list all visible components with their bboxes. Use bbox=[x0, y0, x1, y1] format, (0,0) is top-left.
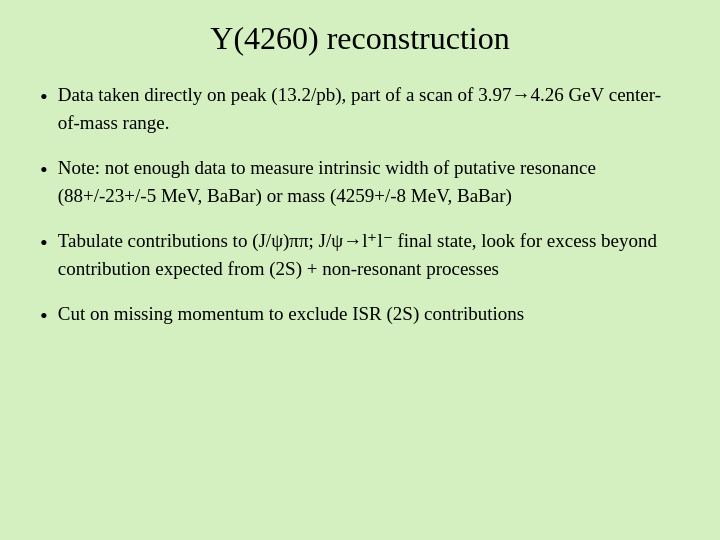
bullet-dot-3: • bbox=[40, 227, 48, 259]
bullet-dot-1: • bbox=[40, 81, 48, 113]
bullet-item-3: •Tabulate contributions to (J/ψ)ππ; J/ψ→… bbox=[40, 227, 680, 282]
bullet-text-3: Tabulate contributions to (J/ψ)ππ; J/ψ→l… bbox=[58, 227, 680, 282]
bullet-text-2: Note: not enough data to measure intrins… bbox=[58, 154, 680, 209]
bullet-text-1: Data taken directly on peak (13.2/pb), p… bbox=[58, 81, 680, 136]
bullet-item-1: •Data taken directly on peak (13.2/pb), … bbox=[40, 81, 680, 136]
bullet-item-4: •Cut on missing momentum to exclude ISR … bbox=[40, 300, 680, 332]
bullet-dot-2: • bbox=[40, 154, 48, 186]
page-title: Y(4260) reconstruction bbox=[40, 20, 680, 57]
bullet-list: •Data taken directly on peak (13.2/pb), … bbox=[40, 81, 680, 350]
bullet-text-4: Cut on missing momentum to exclude ISR (… bbox=[58, 300, 680, 328]
bullet-item-2: •Note: not enough data to measure intrin… bbox=[40, 154, 680, 209]
bullet-dot-4: • bbox=[40, 300, 48, 332]
